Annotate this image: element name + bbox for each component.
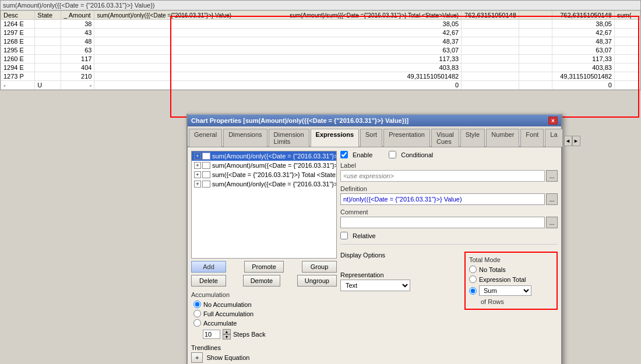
cell-amount: 210 [61, 72, 94, 81]
total-mode-options: No Totals Expression Total Sum of [469, 266, 553, 305]
spinner-down[interactable]: ▼ [223, 334, 231, 340]
display-options: Display Options Representation Text Bar … [340, 252, 460, 310]
cell-col6 [519, 72, 552, 81]
conditional-checkbox[interactable] [389, 151, 396, 158]
table-row: 1268 E 48 48,37 48,37 [1, 37, 640, 46]
expander-icon[interactable]: + [194, 181, 201, 188]
tab-general[interactable]: General [189, 129, 222, 147]
expr-icon [202, 181, 210, 188]
tab-la[interactable]: La [545, 129, 562, 147]
tab-presentation[interactable]: Presentation [383, 129, 430, 147]
cell-col8 [614, 20, 640, 29]
cell-col5 [462, 63, 519, 72]
sum-radio[interactable] [469, 287, 477, 295]
button-row-1: Add Promote Group [191, 261, 337, 273]
background-table: sum(Amount)/only({{<Date = {"2016.03.31"… [0, 0, 641, 90]
cell-col8 [614, 63, 640, 72]
expression-total-radio[interactable] [469, 275, 477, 283]
divider [340, 244, 558, 245]
full-accumulation-option[interactable]: Full Accumulation [193, 310, 337, 317]
cell-desc: 1268 E [1, 37, 35, 46]
tab-sort[interactable]: Sort [360, 129, 382, 147]
button-row-2: Delete Demote Ungroup [191, 275, 337, 287]
comment-input-row: ... [340, 217, 558, 228]
expr-item-3[interactable]: + sum({<Date = {"2016.03.31"}>} Total <S… [192, 170, 336, 179]
cell-col4: 0 [94, 81, 462, 90]
full-accumulation-label: Full Accumulation [203, 310, 253, 317]
expression-list[interactable]: + sum(Amount)/only({<Date = {"2016.03.31… [191, 151, 337, 259]
no-totals-option[interactable]: No Totals [469, 266, 553, 273]
tab-visual-cues[interactable]: Visual Cues [431, 129, 459, 147]
cell-col7: 403,83 [552, 63, 615, 72]
comment-browse-button[interactable]: ... [546, 217, 558, 228]
chart-properties-dialog: Chart Properties [sum(Amount)/only({{<Da… [186, 114, 562, 364]
expander-icon[interactable]: + [194, 162, 201, 169]
accumulate-option[interactable]: Accumulate [193, 319, 337, 327]
ungroup-button[interactable]: Ungroup [297, 275, 337, 287]
full-accumulation-radio[interactable] [193, 310, 201, 317]
comment-input[interactable] [340, 217, 545, 228]
expander-icon[interactable]: + [194, 171, 201, 178]
representation-dropdown[interactable]: Text Bar Image Traffic Light Gauge Mini … [340, 280, 410, 291]
cell-col7: 48,37 [552, 37, 615, 46]
trendlines-add-btn[interactable]: + [191, 352, 203, 363]
expr-item-4[interactable]: + sum(Amount)/only({<Date = {"2016.03.31… [192, 179, 336, 189]
expr-item-2[interactable]: + sum(Amount)/sum({<Date = {"2016.03.31"… [192, 161, 336, 170]
cell-col7: 0 [552, 81, 615, 90]
total-mode-box: Total Mode No Totals Expression Total [464, 252, 558, 310]
definition-input[interactable] [340, 193, 545, 205]
tab-scroll-right[interactable]: ► [572, 136, 580, 146]
expr-icon [202, 171, 210, 178]
definition-browse-button[interactable]: ... [546, 193, 558, 205]
enable-checkbox[interactable] [340, 151, 348, 158]
tab-scroll-left[interactable]: ◄ [564, 136, 572, 146]
no-accumulation-option[interactable]: No Accumulation [193, 301, 337, 308]
expr-item-1[interactable]: + sum(Amount)/only({<Date = {"2016.03.31… [192, 151, 336, 161]
label-field-label: Label [340, 162, 558, 169]
definition-field-group: Definition ... [340, 185, 558, 205]
tab-number[interactable]: Number [486, 129, 519, 147]
tab-dimensions[interactable]: Dimensions [223, 129, 267, 147]
accumulate-radio[interactable] [193, 319, 201, 327]
cell-col5 [462, 20, 519, 29]
label-input[interactable] [340, 170, 545, 182]
delete-button[interactable]: Delete [191, 275, 226, 287]
tab-expressions[interactable]: Expressions [311, 129, 359, 147]
col-sum: sum( [614, 11, 640, 20]
steps-input[interactable] [203, 330, 220, 339]
sum-option[interactable]: Sum [469, 285, 553, 296]
col-expr1: sum(Amount)/only({{<Date ={"2016.03.31"}… [94, 11, 462, 20]
spinner-up[interactable]: ▲ [223, 329, 231, 334]
cell-col7: 63,07 [552, 46, 615, 55]
no-accumulation-radio[interactable] [193, 301, 201, 308]
label-browse-button[interactable]: ... [546, 170, 558, 182]
steps-label: Steps Back [233, 331, 266, 338]
dialog-titlebar: Chart Properties [sum(Amount)/only({{<Da… [188, 115, 561, 126]
cell-amount: 48 [61, 37, 94, 46]
demote-button[interactable]: Demote [243, 275, 281, 287]
relative-checkbox[interactable] [340, 232, 348, 239]
enable-row: Enable Conditional [340, 151, 558, 158]
cell-col4: 49,311510501482 [94, 72, 462, 81]
table-row: 1297 E 43 42,67 42,67 [1, 29, 640, 37]
accumulate-label: Accumulate [203, 320, 237, 327]
trendlines-section: Trendlines + Show Equation [191, 344, 337, 363]
sum-dropdown[interactable]: Sum [479, 285, 531, 296]
group-button[interactable]: Group [302, 261, 337, 273]
cell-col5 [462, 29, 519, 37]
expander-icon[interactable]: + [194, 153, 201, 160]
dialog-close-button[interactable]: × [548, 116, 558, 125]
add-button[interactable]: Add [191, 261, 226, 273]
cell-col7: 49,311510501482 [552, 72, 615, 81]
promote-button[interactable]: Promote [244, 261, 284, 273]
tab-style[interactable]: Style [460, 129, 485, 147]
expression-total-option[interactable]: Expression Total [469, 275, 553, 283]
tab-font[interactable]: Font [520, 129, 544, 147]
no-totals-radio[interactable] [469, 266, 477, 273]
relative-label: Relative [353, 232, 376, 239]
cell-desc: 1294 E [1, 63, 35, 72]
tab-dimension-limits[interactable]: Dimension Limits [269, 129, 309, 147]
cell-state [35, 72, 61, 81]
cell-col8 [614, 81, 640, 90]
cell-col8 [614, 55, 640, 63]
